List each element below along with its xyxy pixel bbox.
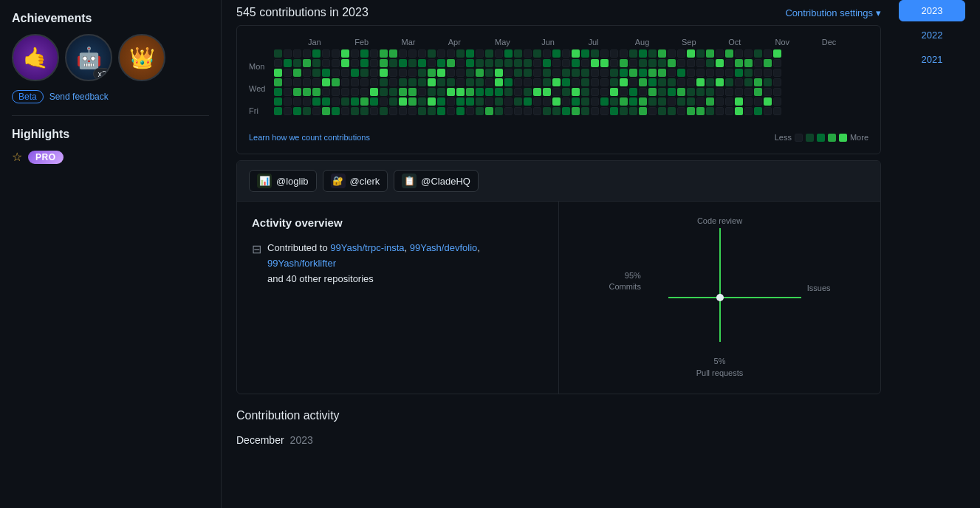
day-cell <box>639 88 647 96</box>
year-2023-button[interactable]: 2023 <box>899 0 965 21</box>
org-tab-cladehq[interactable]: 📋 @CladeHQ <box>394 170 479 192</box>
day-cell <box>754 88 762 96</box>
year-2021-button[interactable]: 2021 <box>899 49 965 70</box>
day-cell <box>572 78 580 86</box>
december-label: December <box>236 434 284 446</box>
day-cell <box>351 107 359 115</box>
day-cell <box>428 69 436 77</box>
achievement-badge-yolo[interactable]: 🤙 <box>12 34 59 81</box>
day-cell <box>668 59 676 67</box>
day-cell <box>706 88 714 96</box>
day-cell <box>370 69 378 77</box>
day-cell <box>764 88 772 96</box>
day-cell <box>706 69 714 77</box>
day-cell <box>744 97 753 106</box>
week-column <box>504 49 513 127</box>
repo-link-forklifter[interactable]: 99Yash/forklifter <box>267 258 336 269</box>
day-cell <box>476 59 484 67</box>
week-column <box>668 49 676 127</box>
day-cell <box>677 88 685 96</box>
week-column <box>485 49 493 127</box>
day-cell <box>332 49 340 58</box>
day-cell <box>668 78 676 86</box>
day-cell <box>351 69 359 77</box>
day-cell <box>773 78 781 86</box>
day-cell <box>725 107 733 115</box>
day-cell <box>389 49 397 58</box>
day-cell <box>514 69 522 77</box>
day-cell <box>552 49 561 58</box>
day-cell <box>380 49 388 58</box>
day-cell <box>389 59 397 67</box>
org-tab-clerk[interactable]: 🔐 @clerk <box>323 170 388 192</box>
day-cell <box>562 97 570 106</box>
org-tab-loglib[interactable]: 📊 @loglib <box>249 170 317 192</box>
day-cell <box>322 49 330 58</box>
week-column <box>428 49 436 127</box>
day-empty3 <box>249 95 265 105</box>
day-cell <box>389 69 397 77</box>
day-cell <box>706 107 714 115</box>
pro-badge: PRO <box>28 151 64 164</box>
week-column <box>591 49 599 127</box>
day-cell <box>572 97 580 106</box>
day-cell <box>668 88 676 96</box>
day-cell <box>744 49 753 58</box>
week-column <box>629 49 637 127</box>
day-cell <box>456 88 465 96</box>
repo-link-devfolio[interactable]: 99Yash/devfolio <box>410 242 478 253</box>
day-cell <box>591 59 599 67</box>
legend-level-1 <box>806 134 814 142</box>
day-cell <box>332 59 340 67</box>
day-empty <box>249 51 265 61</box>
day-cell <box>389 107 397 115</box>
star-icon: ☆ <box>12 150 22 164</box>
day-cell <box>725 97 733 106</box>
day-cell <box>754 49 762 58</box>
day-cell <box>754 59 762 67</box>
achievement-badge-galaxy[interactable]: 🤖 x2 <box>65 34 112 81</box>
day-cell <box>447 78 455 86</box>
day-cell <box>735 107 743 115</box>
day-cell <box>408 69 417 77</box>
day-cell <box>399 107 407 115</box>
other-repos: and 40 other repositories <box>267 273 374 284</box>
month-mar: Mar <box>402 38 448 47</box>
repo-link-trpc[interactable]: 99Yash/trpc-insta <box>330 242 404 253</box>
send-feedback-link[interactable]: Send feedback <box>49 92 109 102</box>
day-cell <box>284 49 292 58</box>
day-cell <box>600 107 609 115</box>
week-column <box>456 49 465 127</box>
week-column <box>696 49 705 127</box>
highlights-section: Highlights ☆ PRO <box>12 128 209 164</box>
day-cell <box>408 107 417 115</box>
day-cell <box>677 59 685 67</box>
contribution-settings-button[interactable]: Contribution settings ▾ <box>785 7 881 18</box>
day-cell <box>303 97 311 106</box>
day-cell <box>648 69 657 77</box>
day-cell <box>447 107 455 115</box>
year-2022-button[interactable]: 2022 <box>899 24 965 46</box>
pull-requests-label: 5% Pull requests <box>696 356 744 379</box>
day-cell <box>284 69 292 77</box>
day-cell <box>716 107 724 115</box>
day-cell <box>620 107 628 115</box>
learn-contributions-link[interactable]: Learn how we count contributions <box>249 133 370 142</box>
day-cell <box>543 49 551 58</box>
day-cell <box>639 59 647 67</box>
day-cell <box>466 59 474 67</box>
day-cell <box>504 78 513 86</box>
day-cell <box>428 97 436 106</box>
day-cell <box>620 97 628 106</box>
day-cell <box>754 97 762 106</box>
day-cell <box>380 107 388 115</box>
day-cell <box>293 78 301 86</box>
day-cell <box>581 49 589 58</box>
week-column <box>677 49 685 127</box>
day-cell <box>466 97 474 106</box>
day-cell <box>696 49 705 58</box>
week-column <box>764 49 772 127</box>
day-cell <box>293 107 301 115</box>
week-column <box>552 49 561 127</box>
achievement-badge-pair[interactable]: 👑 <box>118 34 165 81</box>
